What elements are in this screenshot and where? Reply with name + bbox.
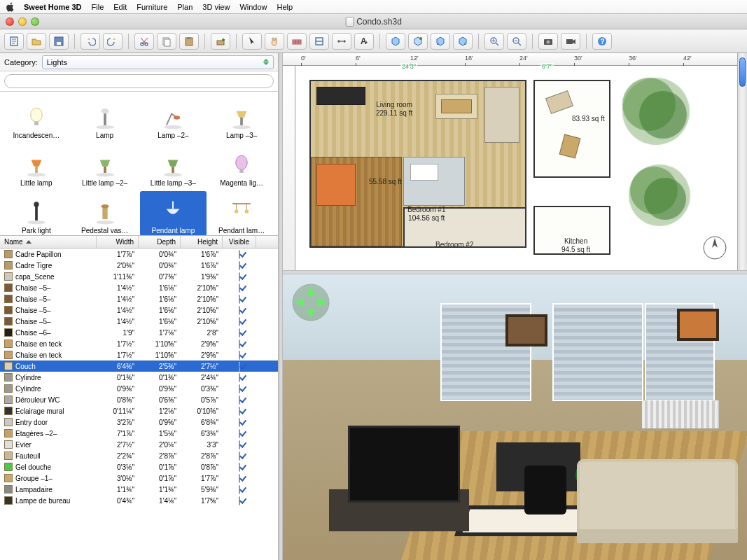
furniture-row[interactable]: Cylindre0'1⅜"0'1⅜"2'4¾" (0, 372, 278, 383)
furniture-row[interactable]: Entry door3'2⅞"0'9⅝"6'8¾" (0, 416, 278, 428)
catalog-item[interactable]: Park light (3, 191, 70, 236)
visible-checkbox[interactable] (239, 418, 240, 427)
export-3d-button[interactable] (453, 33, 473, 50)
catalog-item[interactable]: Little lamp (3, 144, 70, 188)
column-visible[interactable]: Visible (223, 236, 256, 248)
visible-checkbox[interactable] (239, 261, 240, 270)
zoom-out-button[interactable] (507, 33, 526, 50)
help-button[interactable]: ? (592, 33, 612, 50)
3d-view[interactable] (283, 274, 747, 560)
app-name[interactable]: Sweet Home 3D (24, 3, 82, 11)
visible-checkbox[interactable] (239, 384, 240, 393)
dimension-tool-button[interactable] (332, 33, 351, 50)
furniture-row[interactable]: Chaise –6–1'9"1'7⅛"2'8" (0, 327, 278, 338)
3d-navigation-gizmo[interactable] (291, 283, 330, 322)
column-depth[interactable]: Depth (139, 236, 181, 248)
column-name[interactable]: Name (0, 236, 97, 248)
visible-checkbox[interactable] (239, 474, 240, 483)
catalog-item[interactable]: Little lamp –3– (140, 144, 207, 188)
plan-view[interactable]: 0'6'12'18'24'30'36'42' (283, 53, 737, 270)
take-photo-button[interactable] (538, 33, 558, 50)
create-3d-button[interactable] (386, 33, 405, 50)
paste-button[interactable] (179, 33, 199, 50)
visible-checkbox[interactable] (239, 351, 240, 360)
catalog-search-input[interactable] (4, 74, 274, 88)
furniture-row[interactable]: Fauteuil2'2¾"2'8⅞"2'8⅞" (0, 450, 278, 461)
visible-checkbox[interactable] (239, 451, 240, 461)
window-minimize-button[interactable] (18, 18, 27, 26)
redo-button[interactable] (103, 33, 123, 50)
menu-help[interactable]: Help (277, 3, 293, 11)
visible-checkbox[interactable] (239, 440, 240, 449)
furniture-row[interactable]: Couch6'4⅜"2'5⅜"2'7½" (0, 360, 278, 372)
visible-checkbox[interactable] (239, 485, 240, 494)
pan-tool-button[interactable] (265, 33, 284, 50)
visible-checkbox[interactable] (239, 317, 240, 326)
modify-3d-button[interactable] (408, 33, 428, 50)
save-file-button[interactable] (49, 33, 69, 50)
cut-button[interactable] (134, 33, 154, 50)
visible-checkbox[interactable] (239, 306, 240, 315)
furniture-list[interactable]: Name Width Depth Height Visible Cadre Pa… (0, 236, 278, 560)
visible-checkbox[interactable] (239, 373, 240, 382)
add-furniture-button[interactable] (211, 33, 230, 50)
catalog-item[interactable]: Pedestal vas… (71, 191, 139, 236)
menu-window[interactable]: Window (239, 3, 267, 11)
furniture-row[interactable]: Chaise –5–1'4½"1'6⅛"2'10⅝" (0, 304, 278, 316)
column-width[interactable]: Width (97, 236, 139, 248)
catalog-item[interactable]: Magenta lig… (208, 144, 275, 188)
furniture-row[interactable]: Cadre Papillon1'7⅞"0'0¾"1'6⅞" (0, 248, 278, 260)
visible-checkbox[interactable] (239, 295, 240, 304)
wall-tool-button[interactable] (287, 33, 307, 50)
furniture-row[interactable]: Lampadaire1'1¾"1'1¾"5'9⅜" (0, 484, 278, 495)
catalog-item[interactable]: Pendant lamp (140, 191, 207, 236)
visible-checkbox[interactable] (239, 272, 240, 281)
furniture-row[interactable]: Dérouleur WC0'8⅜"0'6⅜"0'5⅞" (0, 394, 278, 405)
furniture-row[interactable]: Chaise en teck1'7½"1'10⅝"2'9⅝" (0, 338, 278, 349)
furniture-row[interactable]: Etagères –2–7'1⅞"1'5⅛"6'3¾" (0, 428, 278, 439)
import-3d-button[interactable] (431, 33, 450, 50)
furniture-row[interactable]: Chaise –5–1'4½"1'6⅛"2'10⅝" (0, 316, 278, 327)
furniture-row[interactable]: Cylindre0'9⅜"0'9⅜"0'3⅜" (0, 383, 278, 394)
visible-checkbox[interactable] (239, 328, 240, 337)
menu-furniture[interactable]: Furniture (137, 3, 167, 11)
copy-button[interactable] (157, 33, 176, 50)
visible-checkbox[interactable] (239, 407, 240, 416)
plan-vertical-scrollbar[interactable] (737, 53, 747, 270)
catalog-item[interactable]: Lamp –2– (140, 96, 207, 141)
visible-checkbox[interactable] (239, 362, 240, 371)
visible-checkbox[interactable] (239, 429, 240, 438)
column-height[interactable]: Height (181, 236, 223, 248)
catalog-item[interactable]: Incandescen… (3, 96, 70, 141)
furniture-row[interactable]: Eclairage mural0'11¼"1'2⅛"0'10⅜" (0, 405, 278, 416)
zoom-in-button[interactable] (484, 33, 504, 50)
menu-file[interactable]: File (92, 3, 104, 11)
catalog-item[interactable]: Lamp –3– (208, 96, 275, 141)
visible-checkbox[interactable] (239, 396, 240, 405)
window-zoom-button[interactable] (31, 18, 39, 26)
window-close-button[interactable] (6, 18, 14, 26)
category-select[interactable]: Lights (42, 55, 274, 69)
visible-checkbox[interactable] (239, 463, 240, 472)
furniture-row[interactable]: Gel douche0'3⅛"0'1⅞"0'8⅞" (0, 461, 278, 472)
menu-3d-view[interactable]: 3D view (202, 3, 230, 11)
visible-checkbox[interactable] (239, 496, 240, 505)
furniture-row[interactable]: Cadre Tigre2'0¾"0'0¾"1'6⅞" (0, 260, 278, 271)
furniture-row[interactable]: Chaise –5–1'4½"1'6⅛"2'10⅝" (0, 282, 278, 293)
furniture-row[interactable]: Groupe –1–3'0⅛"0'1⅞"1'7⅞" (0, 472, 278, 484)
visible-checkbox[interactable] (239, 284, 240, 293)
furniture-row[interactable]: capa_Scene1'11⅜"0'7⅜"1'9⅜" (0, 271, 278, 282)
select-tool-button[interactable] (242, 33, 262, 50)
furniture-row[interactable]: Lampe de bureau0'4¾"1'4⅛"1'7⅝" (0, 495, 278, 506)
room-tool-button[interactable] (309, 33, 329, 50)
menu-plan[interactable]: Plan (177, 3, 193, 11)
undo-button[interactable] (81, 33, 100, 50)
visible-checkbox[interactable] (239, 340, 240, 349)
visible-checkbox[interactable] (239, 250, 240, 259)
furniture-row[interactable]: Evier2'7½"2'0¼"3'3" (0, 439, 278, 450)
open-file-button[interactable] (27, 33, 46, 50)
create-video-button[interactable] (561, 33, 580, 50)
apple-menu-icon[interactable] (6, 2, 15, 12)
furniture-row[interactable]: Chaise –5–1'4½"1'6⅛"2'10⅝" (0, 293, 278, 304)
menu-edit[interactable]: Edit (113, 3, 127, 11)
